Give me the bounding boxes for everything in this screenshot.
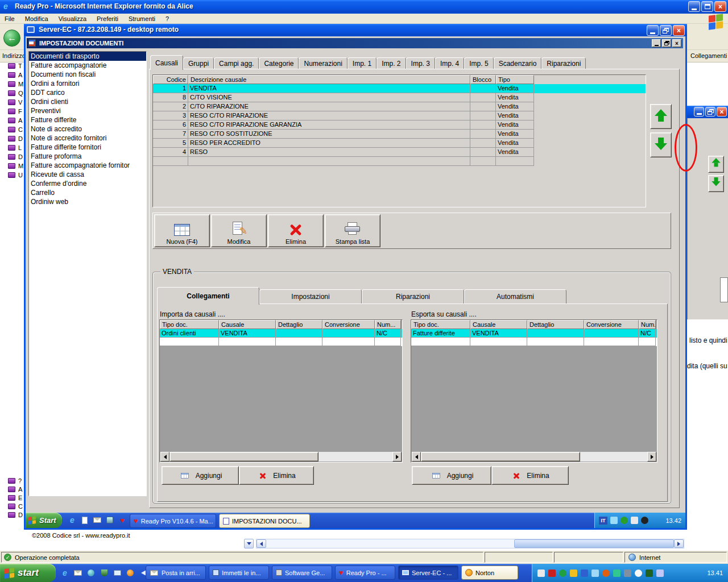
- tray-icon[interactable]: [641, 517, 648, 524]
- grid-row[interactable]: 3RESO C/TO RIPARAZIONEVendita: [153, 111, 646, 120]
- task-software[interactable]: Software Ge...: [272, 566, 332, 580]
- column-header[interactable]: Num...: [639, 320, 656, 329]
- favorite-link[interactable]: M: [8, 81, 23, 88]
- list-item[interactable]: Ordini clienti: [29, 97, 146, 106]
- tray-icon[interactable]: [613, 569, 621, 577]
- tab-imp-2[interactable]: Imp. 2: [377, 57, 406, 69]
- stampa-lista-button[interactable]: Stampa lista: [325, 214, 380, 247]
- tab-imp-3[interactable]: Imp. 3: [406, 57, 435, 69]
- tab-categorie[interactable]: Categorie: [259, 57, 299, 69]
- scroll-right-button[interactable]: [674, 539, 684, 548]
- horizontal-scrollbar[interactable]: [412, 452, 656, 462]
- start-button[interactable]: start: [0, 564, 56, 582]
- menu-visualizza[interactable]: Visualizza: [59, 15, 86, 22]
- tab-imp-4[interactable]: Imp. 4: [435, 57, 464, 69]
- scroll-left-button[interactable]: [160, 452, 169, 462]
- column-header[interactable]: Blocco: [470, 75, 496, 84]
- tray-icon[interactable]: [624, 569, 631, 577]
- internet-explorer-icon[interactable]: e: [68, 516, 77, 525]
- close-button[interactable]: ×: [673, 25, 685, 36]
- column-header[interactable]: Dettaglio: [276, 320, 322, 329]
- list-item[interactable]: Fatture proforma: [29, 152, 146, 161]
- tab-causali[interactable]: Causali: [150, 55, 183, 70]
- tray-icon[interactable]: [621, 517, 628, 524]
- mail-icon[interactable]: [93, 516, 102, 525]
- column-header[interactable]: Descrizione causale: [188, 75, 470, 84]
- tray-icon[interactable]: [610, 517, 618, 524]
- close-button[interactable]: ×: [714, 1, 726, 12]
- favorite-link[interactable]: M: [8, 163, 23, 169]
- grid-row[interactable]: 5RESO PER ACCREDITOVendita: [153, 139, 646, 148]
- list-item[interactable]: Carrello: [29, 188, 146, 197]
- tab-imp-1[interactable]: Imp. 1: [348, 57, 377, 69]
- page-horizontal-scrollbar[interactable]: [256, 539, 684, 548]
- mail-icon[interactable]: [73, 568, 82, 577]
- favorite-link[interactable]: T: [8, 63, 22, 69]
- column-header[interactable]: Causale: [470, 320, 527, 329]
- app-titlebar[interactable]: IMPOSTAZIONI DOCUMENTI ×: [27, 38, 683, 48]
- menu-file[interactable]: File: [5, 15, 15, 22]
- task-server-ec[interactable]: Server-EC - ...: [398, 566, 458, 580]
- horizontal-scrollbar[interactable]: [160, 452, 402, 462]
- grid-row-selected[interactable]: Ordini clientiVENDITAN/C: [160, 329, 402, 338]
- grid-row[interactable]: 7RESO C/TO SOSTITUZIONEVendita: [153, 130, 646, 139]
- list-item[interactable]: Note di accredito fornitori: [29, 134, 146, 143]
- scrollbar-thumb[interactable]: [421, 452, 580, 462]
- scroll-right-button[interactable]: [392, 452, 402, 462]
- scroll-right-button[interactable]: [647, 452, 656, 462]
- tab-campi-agg[interactable]: Campi agg.: [214, 57, 259, 69]
- row-down-button[interactable]: [650, 132, 672, 157]
- export-elimina-button[interactable]: Elimina: [491, 466, 569, 485]
- tray-icon[interactable]: [548, 569, 556, 577]
- minimize-button[interactable]: [694, 107, 704, 117]
- minimize-button[interactable]: [688, 1, 700, 12]
- menu-preferiti[interactable]: Preferiti: [97, 15, 118, 22]
- column-header[interactable]: Conversione: [322, 320, 375, 329]
- tray-icon[interactable]: [646, 569, 653, 577]
- minimize-button[interactable]: [647, 25, 659, 36]
- links-label[interactable]: Collegamenti: [690, 52, 727, 59]
- tab-riparazioni-dettaglio[interactable]: Riparazioni: [362, 289, 464, 304]
- task-readypro[interactable]: ♥Ready Pro - ...: [335, 566, 395, 580]
- scrollbar-thumb[interactable]: [169, 452, 318, 462]
- grid-row-selected[interactable]: 1VENDITAVendita: [153, 84, 646, 93]
- list-item[interactable]: Ordini a fornitori: [29, 79, 146, 88]
- tab-automatismi[interactable]: Automatismi: [464, 289, 566, 304]
- grid-row[interactable]: 2C/TO RIPARAZIONEVendita: [153, 102, 646, 111]
- menu-help[interactable]: ?: [166, 15, 169, 22]
- favorite-link[interactable]: F: [8, 108, 22, 115]
- column-header[interactable]: Tipo doc.: [160, 320, 219, 329]
- favorite-link[interactable]: E: [8, 494, 22, 501]
- favorite-link[interactable]: A: [8, 486, 22, 493]
- back-button[interactable]: ←: [3, 30, 20, 47]
- tray-icon[interactable]: [537, 569, 545, 577]
- task-posta[interactable]: Posta in arri...: [146, 566, 206, 580]
- menu-strumenti[interactable]: Strumenti: [129, 15, 155, 22]
- column-header[interactable]: Tipo: [496, 75, 534, 84]
- row-up-button[interactable]: [650, 104, 672, 129]
- tray-icon[interactable]: [559, 569, 566, 577]
- column-header[interactable]: Tipo doc.: [411, 320, 470, 329]
- list-item[interactable]: Conferme d'ordine: [29, 179, 146, 188]
- grid-row[interactable]: 4RESOVendita: [153, 148, 646, 157]
- scroll-left-button[interactable]: [412, 452, 421, 462]
- tray-icon[interactable]: [656, 569, 664, 577]
- close-button[interactable]: ×: [717, 107, 727, 117]
- remote-titlebar[interactable]: Server-EC - 87.23.208.149 - desktop remo…: [24, 24, 687, 36]
- column-header[interactable]: Causale: [219, 320, 276, 329]
- tray-icon[interactable]: [570, 569, 577, 577]
- shield-icon[interactable]: [100, 568, 109, 577]
- list-item[interactable]: Documenti di trasporto: [29, 52, 146, 61]
- tab-riparazioni[interactable]: Riparazioni: [541, 57, 586, 69]
- tab-imp-5[interactable]: Imp. 5: [464, 57, 493, 69]
- list-item[interactable]: Fatture accompagnatorie fornitor: [29, 161, 146, 170]
- move-down-button[interactable]: [708, 175, 724, 192]
- import-aggiungi-button[interactable]: Aggiungi: [162, 466, 239, 485]
- list-item[interactable]: Preventivi: [29, 106, 146, 115]
- media-icon[interactable]: [126, 568, 135, 577]
- document-icon[interactable]: [80, 516, 89, 525]
- remote-task-impostazioni[interactable]: IMPOSTAZIONI DOCU...: [219, 514, 310, 528]
- list-item[interactable]: Fatture differite fornitori: [29, 143, 146, 152]
- column-header[interactable]: Conversione: [584, 320, 639, 329]
- tray-icon[interactable]: [581, 569, 588, 577]
